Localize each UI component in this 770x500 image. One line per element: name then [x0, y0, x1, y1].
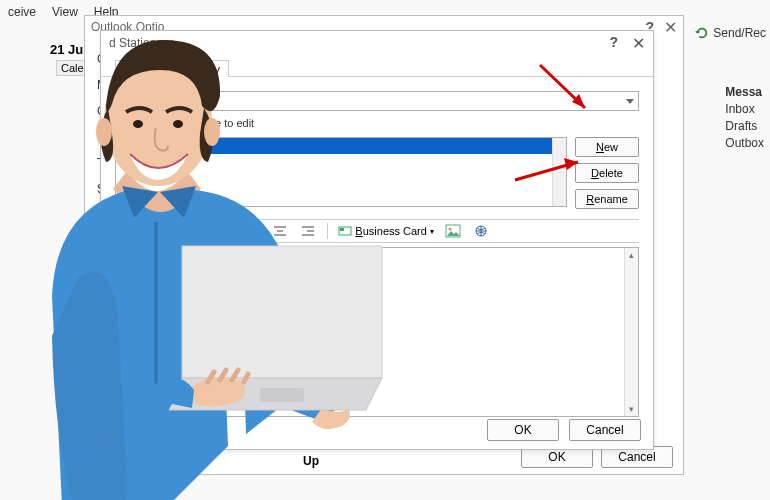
svg-point-11: [204, 118, 220, 146]
svg-point-12: [133, 120, 143, 128]
menu-item[interactable]: ceive: [4, 3, 40, 21]
folder-list: Messa Inbox Drafts Outbox: [725, 85, 764, 153]
folder-drafts[interactable]: Drafts: [725, 119, 764, 133]
panel-heading: Messa: [725, 85, 764, 99]
svg-rect-14: [260, 388, 304, 402]
svg-point-10: [96, 118, 112, 146]
scroll-up-icon[interactable]: ▴: [625, 248, 638, 262]
send-receive-label: Send/Rec: [713, 26, 766, 40]
editor-scrollbar[interactable]: ▴ ▾: [624, 248, 638, 416]
menu-view[interactable]: View: [48, 3, 82, 21]
close-icon[interactable]: ✕: [632, 34, 645, 53]
scroll-down-icon[interactable]: ▾: [625, 402, 638, 416]
close-icon[interactable]: ✕: [664, 18, 677, 37]
delete-button[interactable]: Delete: [575, 163, 639, 183]
folder-outbox[interactable]: Outbox: [725, 136, 764, 150]
svg-point-13: [173, 120, 183, 128]
svg-point-3: [448, 228, 451, 231]
new-button[interactable]: New: [575, 137, 639, 157]
help-icon[interactable]: ?: [609, 34, 618, 53]
refresh-icon: [695, 26, 709, 40]
scrollbar[interactable]: [552, 138, 566, 206]
send-receive-button[interactable]: Send/Rec: [695, 26, 766, 40]
link-icon[interactable]: [472, 222, 490, 240]
rename-button[interactable]: Rename: [575, 189, 639, 209]
picture-icon[interactable]: [444, 222, 462, 240]
person-photo-overlay: [22, 36, 422, 500]
folder-inbox[interactable]: Inbox: [725, 102, 764, 116]
inner-ok-button[interactable]: OK: [487, 419, 559, 441]
inner-cancel-button[interactable]: Cancel: [569, 419, 641, 441]
